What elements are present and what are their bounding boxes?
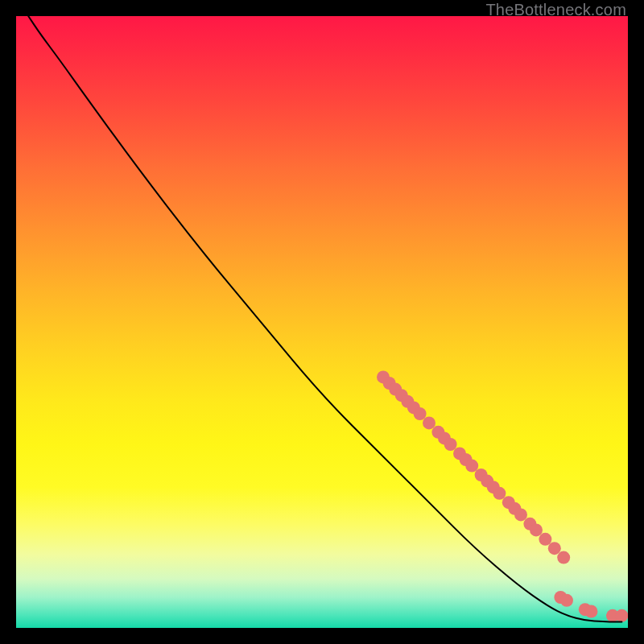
data-marker <box>530 523 543 536</box>
data-marker <box>493 487 506 500</box>
data-marker <box>414 407 427 420</box>
chart-frame: TheBottleneck.com <box>0 0 644 644</box>
data-marker <box>615 609 628 622</box>
data-marker <box>584 605 597 618</box>
plot-area <box>16 16 628 628</box>
data-marker <box>423 416 436 429</box>
data-marker <box>560 594 573 607</box>
data-marker <box>444 438 457 451</box>
watermark-label: TheBottleneck.com <box>485 1 626 19</box>
data-marker <box>514 508 527 521</box>
chart-overlay <box>16 16 628 628</box>
data-marker <box>539 533 551 546</box>
data-marker <box>465 460 478 473</box>
data-marker <box>548 542 561 555</box>
data-marker <box>557 551 570 564</box>
marker-group <box>377 370 628 621</box>
